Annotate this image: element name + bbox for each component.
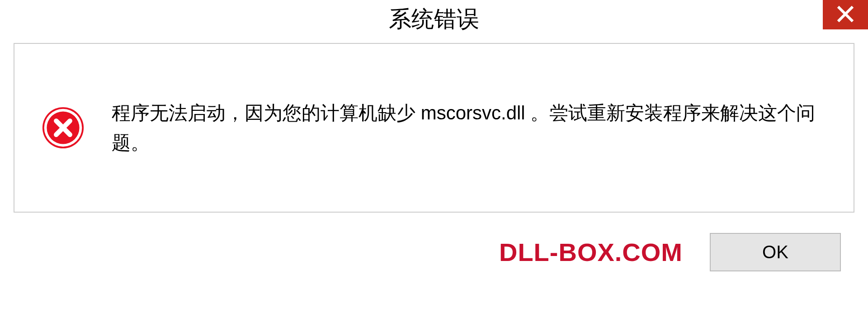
watermark-text: DLL-BOX.COM [499,237,683,267]
close-icon [836,5,854,25]
ok-button[interactable]: OK [710,233,841,271]
error-icon [42,106,85,149]
message-panel: 程序无法启动，因为您的计算机缺少 mscorsvc.dll 。尝试重新安装程序来… [14,43,854,213]
dialog-title: 系统错误 [389,4,479,34]
close-button[interactable] [823,0,868,29]
error-message: 程序无法启动，因为您的计算机缺少 mscorsvc.dll 。尝试重新安装程序来… [112,98,826,157]
footer-area: DLL-BOX.COM OK [0,222,868,271]
title-bar: 系统错误 [0,0,868,38]
